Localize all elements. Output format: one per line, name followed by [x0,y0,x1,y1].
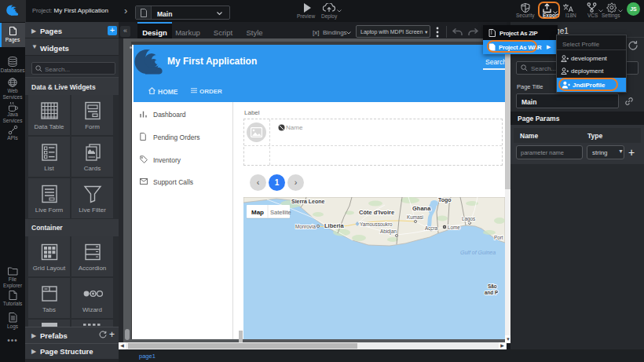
svg-text:Lome: Lome [448,225,460,230]
svg-text:Gulf of Guinea: Gulf of Guinea [460,250,496,255]
svg-text:Map: Map [251,209,264,216]
svg-text:Accra: Accra [425,225,438,231]
svg-text:São: São [488,283,497,289]
svg-text:Togo: Togo [438,197,452,203]
svg-text:Satellite: Satellite [270,209,291,216]
svg-text:Yamoussoukro: Yamoussoukro [360,221,393,227]
svg-text:Port: Port [494,235,503,240]
svg-text:Kumasi: Kumasi [407,214,423,220]
svg-text:Sierra Leone: Sierra Leone [291,199,325,204]
svg-text:and P: and P [485,290,498,295]
svg-text:Liberia: Liberia [324,222,344,229]
svg-text:Côte d'Ivoire: Côte d'Ivoire [359,209,394,216]
svg-text:Monrovia: Monrovia [295,224,316,229]
svg-text:Abidjan: Abidjan [380,229,397,235]
svg-text:Lagos: Lagos [462,216,475,222]
svg-text:Ghana: Ghana [412,205,431,212]
